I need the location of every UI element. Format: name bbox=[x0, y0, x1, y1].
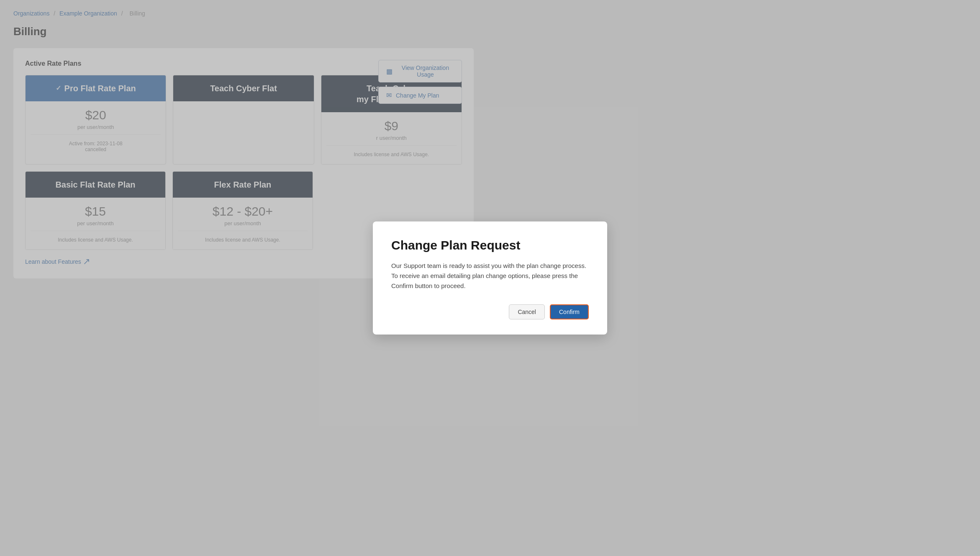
confirm-button[interactable]: Confirm bbox=[550, 304, 589, 319]
modal-actions: Cancel Confirm bbox=[391, 304, 589, 319]
modal-title: Change Plan Request bbox=[391, 238, 589, 252]
modal-overlay: Change Plan Request Our Support team is … bbox=[0, 0, 980, 556]
cancel-button[interactable]: Cancel bbox=[509, 304, 545, 319]
modal-body: Our Support team is ready to assist you … bbox=[391, 261, 589, 291]
change-plan-modal: Change Plan Request Our Support team is … bbox=[373, 221, 607, 335]
